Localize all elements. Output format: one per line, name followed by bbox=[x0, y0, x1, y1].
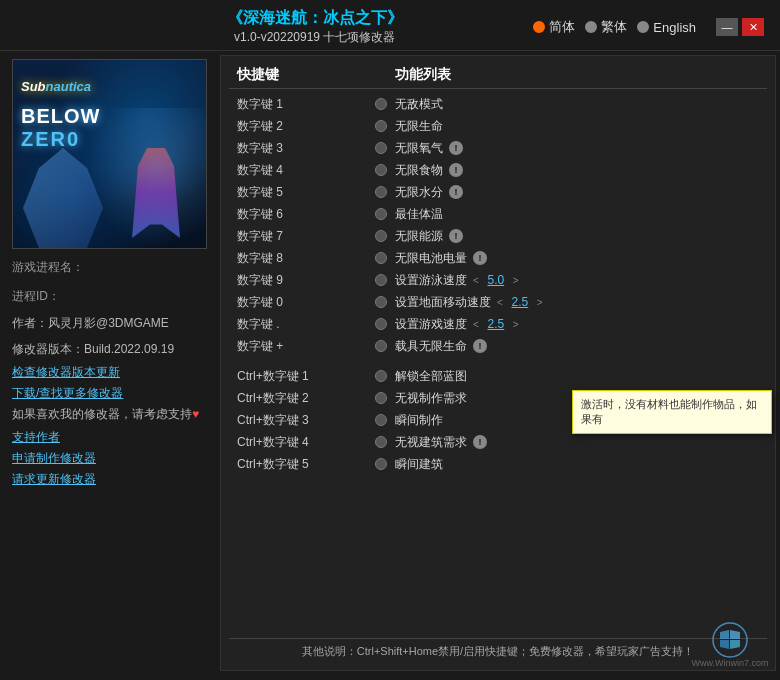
table-row: 数字键 + 载具无限生命 ! bbox=[229, 335, 767, 357]
row-dot-area[interactable] bbox=[367, 252, 395, 264]
lang-traditional-label: 繁体 bbox=[601, 18, 627, 36]
version-row: 修改器版本：Build.2022.09.19 bbox=[12, 341, 208, 358]
lang-english-label: English bbox=[653, 20, 696, 35]
toggle-dot[interactable] bbox=[375, 414, 387, 426]
func-label: 设置游戏速度 bbox=[395, 316, 467, 333]
toggle-dot[interactable] bbox=[375, 208, 387, 220]
toggle-dot[interactable] bbox=[375, 186, 387, 198]
lang-simplified[interactable]: 简体 bbox=[533, 18, 575, 36]
speed-increase[interactable]: > bbox=[513, 319, 519, 330]
row-func: 无限水分 ! bbox=[395, 184, 759, 201]
win7-text: Www.Winwin7.com bbox=[691, 658, 768, 668]
table-row: 数字键 7 无限能源 ! bbox=[229, 225, 767, 247]
table-row: 数字键 4 无限食物 ! bbox=[229, 159, 767, 181]
info-icon[interactable]: ! bbox=[473, 339, 487, 353]
row-func: 设置游泳速度 < 5.0 > bbox=[395, 272, 759, 289]
row-dot-area[interactable] bbox=[367, 318, 395, 330]
toggle-dot[interactable] bbox=[375, 142, 387, 154]
row-dot-area[interactable] bbox=[367, 98, 395, 110]
toggle-dot[interactable] bbox=[375, 458, 387, 470]
win7-logo-icon bbox=[712, 622, 748, 658]
check-update-link[interactable]: 检查修改器版本更新 bbox=[12, 364, 208, 381]
row-dot-area[interactable] bbox=[367, 142, 395, 154]
toggle-dot[interactable] bbox=[375, 340, 387, 352]
row-func: 最佳体温 bbox=[395, 206, 759, 223]
row-dot-area[interactable] bbox=[367, 230, 395, 242]
row-dot-area[interactable] bbox=[367, 186, 395, 198]
row-dot-area[interactable] bbox=[367, 340, 395, 352]
func-label: 瞬间建筑 bbox=[395, 456, 443, 473]
support-author-link[interactable]: 支持作者 bbox=[12, 429, 208, 446]
window-controls: — ✕ bbox=[716, 18, 764, 36]
speed-value[interactable]: 2.5 bbox=[482, 317, 510, 331]
game-image-title1: Subnautica bbox=[21, 80, 91, 94]
download-link[interactable]: 下载/查找更多修改器 bbox=[12, 385, 208, 402]
func-label: 设置游泳速度 bbox=[395, 272, 467, 289]
row-key: 数字键 9 bbox=[237, 272, 367, 289]
lang-traditional[interactable]: 繁体 bbox=[585, 18, 627, 36]
table-row: 数字键 5 无限水分 ! bbox=[229, 181, 767, 203]
table-row: 数字键 1 无敌模式 bbox=[229, 93, 767, 115]
row-dot-area[interactable] bbox=[367, 120, 395, 132]
row-func: 无限食物 ! bbox=[395, 162, 759, 179]
info-icon[interactable]: ! bbox=[449, 163, 463, 177]
row-func: 无视建筑需求 ! bbox=[395, 434, 759, 451]
info-icon[interactable]: ! bbox=[473, 251, 487, 265]
row-dot-area[interactable] bbox=[367, 296, 395, 308]
toggle-dot[interactable] bbox=[375, 370, 387, 382]
version-label: 修改器版本：Build.2022.09.19 bbox=[12, 342, 174, 356]
info-icon[interactable]: ! bbox=[449, 229, 463, 243]
toggle-dot[interactable] bbox=[375, 98, 387, 110]
row-dot-area[interactable] bbox=[367, 274, 395, 286]
row-dot-area[interactable] bbox=[367, 458, 395, 470]
row-func: 无限生命 bbox=[395, 118, 759, 135]
row-dot-area[interactable] bbox=[367, 164, 395, 176]
row-func: 解锁全部蓝图 bbox=[395, 368, 759, 385]
table-row: 数字键 6 最佳体温 bbox=[229, 203, 767, 225]
row-dot-area[interactable] bbox=[367, 370, 395, 382]
speed-increase[interactable]: > bbox=[537, 297, 543, 308]
toggle-dot[interactable] bbox=[375, 230, 387, 242]
toggle-dot[interactable] bbox=[375, 274, 387, 286]
row-dot-area[interactable] bbox=[367, 436, 395, 448]
row-dot-area[interactable] bbox=[367, 392, 395, 404]
func-label: 无限电池电量 bbox=[395, 250, 467, 267]
author-row: 作者：风灵月影@3DMGAME bbox=[12, 315, 208, 332]
close-button[interactable]: ✕ bbox=[742, 18, 764, 36]
toggle-dot[interactable] bbox=[375, 120, 387, 132]
minimize-button[interactable]: — bbox=[716, 18, 738, 36]
info-icon[interactable]: ! bbox=[473, 435, 487, 449]
speed-value[interactable]: 2.5 bbox=[506, 295, 534, 309]
lang-english[interactable]: English bbox=[637, 20, 696, 35]
row-key: 数字键 3 bbox=[237, 140, 367, 157]
tooltip-box: 激活时，没有材料也能制作物品，如果有 bbox=[572, 390, 772, 434]
table-row: 数字键 . 设置游戏速度 < 2.5 > bbox=[229, 313, 767, 335]
speed-value[interactable]: 5.0 bbox=[482, 273, 510, 287]
info-icon[interactable]: ! bbox=[449, 185, 463, 199]
toggle-dot[interactable] bbox=[375, 318, 387, 330]
main-title: 《深海迷航：冰点之下》 bbox=[96, 8, 533, 29]
speed-increase[interactable]: > bbox=[513, 275, 519, 286]
row-func: 设置地面移动速度 < 2.5 > bbox=[395, 294, 759, 311]
request-update-link[interactable]: 请求更新修改器 bbox=[12, 471, 208, 488]
speed-decrease[interactable]: < bbox=[473, 275, 479, 286]
game-process-label: 游戏进程名： bbox=[12, 260, 84, 274]
footer-note: 其他说明：Ctrl+Shift+Home禁用/启用快捷键；免费修改器，希望玩家广… bbox=[229, 638, 767, 664]
game-image-title3: ZER0 bbox=[21, 128, 80, 151]
creature-silhouette-decoration bbox=[86, 108, 206, 248]
row-dot-area[interactable] bbox=[367, 208, 395, 220]
row-key: 数字键 8 bbox=[237, 250, 367, 267]
toggle-dot[interactable] bbox=[375, 392, 387, 404]
toggle-dot[interactable] bbox=[375, 436, 387, 448]
toggle-dot[interactable] bbox=[375, 252, 387, 264]
info-icon[interactable]: ! bbox=[449, 141, 463, 155]
request-trainer-link[interactable]: 申请制作修改器 bbox=[12, 450, 208, 467]
func-label: 无敌模式 bbox=[395, 96, 443, 113]
toggle-dot[interactable] bbox=[375, 164, 387, 176]
row-dot-area[interactable] bbox=[367, 414, 395, 426]
toggle-dot[interactable] bbox=[375, 296, 387, 308]
lang-simplified-label: 简体 bbox=[549, 18, 575, 36]
speed-decrease[interactable]: < bbox=[473, 319, 479, 330]
speed-decrease[interactable]: < bbox=[497, 297, 503, 308]
process-id-label: 进程ID： bbox=[12, 289, 60, 303]
